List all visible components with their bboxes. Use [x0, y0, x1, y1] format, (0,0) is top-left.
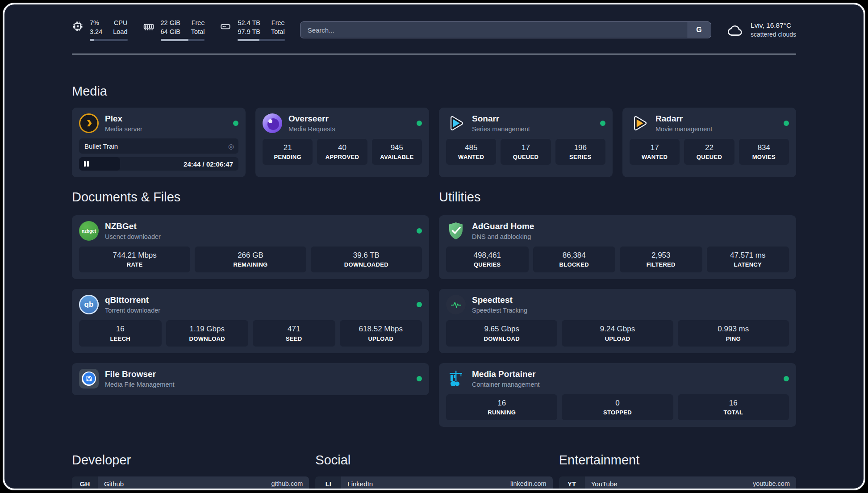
stat-pending: 21 PENDING [263, 139, 313, 165]
pause-icon [84, 161, 89, 167]
app-subtitle: Media Requests [288, 125, 335, 133]
disk-icon [220, 21, 231, 32]
stat-rate: 744.21 Mbps RATE [79, 246, 190, 272]
bookmark-abbr: GH [72, 476, 98, 490]
memory-icon [143, 21, 154, 32]
stat-downloaded: 39.6 TB DOWNLOADED [311, 246, 422, 272]
stat-wanted: 17 WANTED [630, 139, 680, 165]
documents-column: Documents & Files nzbget NZBGet Usenet d… [72, 190, 429, 427]
bookmark-group-entertainment: Entertainment YT YouTube youtube.com NF … [559, 453, 796, 490]
stat-upload: 9.24 Gbps UPLOAD [562, 320, 673, 346]
stat-blocked: 86,384 BLOCKED [533, 246, 616, 272]
app-card-plex[interactable]: Plex Media server Bullet Train ◎ 24:44 /… [72, 108, 246, 177]
app-subtitle: DNS and adblocking [472, 233, 534, 240]
memory-labels: Free Total [191, 19, 205, 36]
bookmark-linkedin[interactable]: LI LinkedIn linkedin.com [315, 476, 552, 490]
status-online-dot [233, 121, 238, 126]
app-card-qbittorrent[interactable]: qb qBittorrent Torrent downloader 16 LEE… [72, 289, 429, 353]
app-card-portainer[interactable]: Media Portainer Container management 16 … [439, 363, 796, 427]
app-title: AdGuard Home [472, 221, 534, 232]
search-input[interactable] [300, 21, 711, 38]
stat-queued: 22 QUEUED [684, 139, 734, 165]
app-card-speedtest[interactable]: Speedtest Speedtest Tracking 9.65 Gbps D… [439, 289, 796, 353]
nzbget-icon: nzbget [79, 221, 99, 241]
app-title: qBittorrent [105, 295, 160, 305]
app-card-overseerr[interactable]: Overseerr Media Requests 21 PENDING 40 A… [255, 108, 429, 177]
app-title: Speedtest [472, 295, 527, 305]
bookmark-youtube[interactable]: YT YouTube youtube.com [559, 476, 796, 490]
status-online-dot [784, 376, 789, 381]
overseerr-icon [263, 113, 282, 133]
stat-running: 16 RUNNING [446, 394, 557, 420]
section-title-utilities: Utilities [439, 190, 796, 205]
cpu-values: 7% 3.24 [90, 19, 102, 36]
section-title-documents: Documents & Files [72, 190, 429, 205]
weather-widget[interactable]: Lviv, 16.87°C scattered clouds [726, 21, 796, 39]
app-title: Media Portainer [472, 369, 540, 380]
app-subtitle: Series management [472, 125, 530, 133]
portainer-icon [446, 369, 466, 389]
stat-queries: 498,461 QUERIES [446, 246, 529, 272]
now-playing-title: Bullet Train [84, 142, 118, 150]
playback-time: 24:44 / 02:06:47 [184, 160, 233, 168]
bookmark-github[interactable]: GH Github github.com [72, 476, 309, 490]
memory-stat-widget: 22 GiB 64 GiB Free Total [143, 19, 205, 41]
cpu-progress-bar [90, 39, 128, 41]
app-subtitle: Usenet downloader [105, 233, 161, 240]
bookmark-group-developer: Developer GH Github github.com SO StackO… [72, 453, 309, 490]
app-subtitle: Media File Management [105, 381, 175, 388]
plex-icon [79, 113, 99, 133]
stat-total: 16 TOTAL [678, 394, 789, 420]
bookmark-abbr: LI [315, 476, 341, 490]
app-subtitle: Media server [105, 125, 142, 133]
app-card-filebrowser[interactable]: File Browser Media File Management [72, 363, 429, 395]
disk-stat-widget: 52.4 TB 97.9 TB Free Total [220, 19, 284, 41]
stat-remaining: 266 GB REMAINING [195, 246, 306, 272]
bookmark-url: github.com [271, 480, 303, 487]
stat-available: 945 AVAILABLE [372, 139, 422, 165]
cpu-labels: CPU Load [113, 19, 127, 36]
utilities-column: Utilities AdGuard Home [439, 190, 796, 427]
section-title-media: Media [72, 84, 796, 99]
stat-ping: 0.993 ms PING [678, 320, 789, 346]
weather-location-temp: Lviv, 16.87°C [751, 21, 796, 30]
disk-progress-bar [238, 39, 284, 41]
app-subtitle: Speedtest Tracking [472, 307, 527, 314]
stat-seed: 471 SEED [253, 320, 335, 346]
bookmark-group-social: Social LI LinkedIn linkedin.com TW Twitt… [315, 453, 552, 490]
app-title: NZBGet [105, 221, 161, 232]
app-card-adguard[interactable]: AdGuard Home DNS and adblocking 498,461 … [439, 215, 796, 279]
stat-queued: 17 QUEUED [501, 139, 551, 165]
bookmark-url: linkedin.com [510, 480, 547, 487]
speedtest-icon [446, 295, 466, 314]
status-online-dot [600, 121, 605, 126]
dashboard: 7% 3.24 CPU Load [3, 3, 865, 490]
bookmark-name: YouTube [591, 480, 618, 488]
qbittorrent-icon: qb [79, 295, 99, 314]
now-playing-options-icon[interactable]: ◎ [228, 143, 234, 150]
search-engine-button[interactable]: G [687, 22, 711, 38]
header-divider [72, 54, 796, 54]
playback-progress-bar: 24:44 / 02:06:47 [79, 157, 238, 171]
app-title: Overseerr [288, 114, 335, 124]
memory-values: 22 GiB 64 GiB [161, 19, 180, 36]
stat-download: 9.65 Gbps DOWNLOAD [446, 320, 557, 346]
app-subtitle: Movie management [655, 125, 712, 133]
bookmark-name: LinkedIn [347, 480, 373, 488]
bookmark-name: Github [104, 480, 124, 488]
stat-series: 196 SERIES [555, 139, 605, 165]
status-online-dot [417, 121, 422, 126]
media-grid: Plex Media server Bullet Train ◎ 24:44 /… [72, 108, 796, 177]
app-card-radarr[interactable]: Radarr Movie management 17 WANTED 22 QUE… [622, 108, 796, 177]
adguard-icon [446, 221, 466, 241]
stat-latency: 47.571 ms LATENCY [707, 246, 789, 272]
stat-stopped: 0 STOPPED [562, 394, 673, 420]
bookmark-abbr: YT [559, 476, 585, 490]
top-bar: 7% 3.24 CPU Load [72, 4, 796, 41]
bookmark-url: youtube.com [753, 480, 790, 487]
app-card-sonarr[interactable]: Sonarr Series management 485 WANTED 17 Q… [439, 108, 613, 177]
stat-filtered: 2,953 FILTERED [620, 246, 702, 272]
app-card-nzbget[interactable]: nzbget NZBGet Usenet downloader 744.21 M… [72, 215, 429, 279]
now-playing-row: Bullet Train ◎ [79, 138, 238, 154]
cpu-icon [72, 21, 83, 32]
